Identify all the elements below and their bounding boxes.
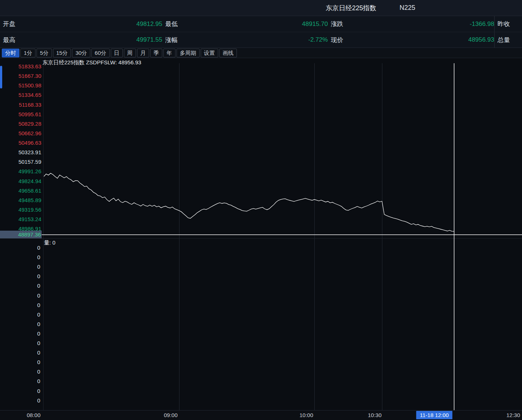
- quote-label-last-price: 现价: [328, 36, 353, 44]
- x-axis-label-1030: 10:30: [368, 410, 382, 420]
- chart-area: 东京日经225指数 ZSDPFSLW: 48956.93 51833.63516…: [0, 58, 522, 410]
- volume-current-label: 量: 0: [44, 239, 56, 246]
- price-line: [44, 173, 454, 231]
- quote-label-change: 涨跌: [328, 20, 353, 28]
- x-axis-label-0800: 08:00: [27, 410, 41, 420]
- quote-value-open: 49812.95: [19, 20, 162, 28]
- tab-15min[interactable]: 15分: [53, 49, 71, 57]
- chart-plot[interactable]: [0, 58, 522, 410]
- quote-value-high: 49971.55: [19, 36, 162, 43]
- tab-day[interactable]: 日: [111, 49, 123, 57]
- quote-label-change-pct: 涨幅: [162, 36, 184, 44]
- quote-label-total-volume: 总量: [494, 32, 519, 48]
- tab-5min[interactable]: 5分: [37, 49, 52, 57]
- tab-60min[interactable]: 60分: [91, 49, 110, 57]
- x-axis-label-1230: 12:30: [506, 410, 520, 420]
- quote-row: 开盘 49812.95 最低 48915.70 涨跌 -1366.98 昨收: [0, 16, 522, 32]
- vertical-scrollbar-thumb[interactable]: [0, 66, 2, 88]
- quote-board: 开盘 49812.95 最低 48915.70 涨跌 -1366.98 昨收 最…: [0, 16, 522, 48]
- tab-year[interactable]: 年: [163, 49, 175, 57]
- index-symbol: N225: [400, 4, 415, 12]
- tab-settings[interactable]: 设置: [201, 49, 218, 57]
- quote-value-change-pct: -2.72%: [184, 36, 328, 43]
- quote-value-low: 48915.70: [184, 20, 328, 28]
- tab-draw[interactable]: 画线: [219, 49, 237, 57]
- quote-label-low: 最低: [162, 20, 184, 28]
- period-tabbar: 分时 1分 5分 15分 30分 60分 日 周 月 季 年 多周期 设置 画线: [0, 48, 522, 58]
- x-axis-label-1000: 10:00: [299, 410, 313, 420]
- grid-layer: [179, 63, 382, 410]
- quote-label-prev-close: 昨收: [494, 16, 519, 32]
- tab-quarter[interactable]: 季: [150, 49, 162, 57]
- quote-label-high: 最高: [0, 36, 19, 44]
- quote-value-last-price: 48956.93: [353, 36, 494, 43]
- price-crosshair-badge: 48897.36: [0, 231, 42, 238]
- crosshair-layer: [0, 63, 522, 410]
- tab-week[interactable]: 周: [124, 49, 136, 57]
- x-axis: 08:00 09:00 10:00 10:30 11-18 12:00 12:3…: [0, 410, 522, 420]
- tab-multi-period[interactable]: 多周期: [177, 49, 200, 57]
- x-axis-label-0900: 09:00: [164, 410, 178, 420]
- tab-month[interactable]: 月: [137, 49, 149, 57]
- tab-30min[interactable]: 30分: [72, 49, 90, 57]
- tab-1min[interactable]: 1分: [20, 49, 35, 57]
- x-axis-date-badge: 11-18 12:00: [416, 411, 453, 419]
- quote-value-change: -1366.98: [353, 20, 494, 28]
- tab-timeline[interactable]: 分时: [2, 49, 19, 57]
- quote-row: 最高 49971.55 涨幅 -2.72% 现价 48956.93 总量: [0, 32, 522, 48]
- app-header: 东京日经225指数 N225: [0, 0, 522, 16]
- index-name: 东京日经225指数: [326, 4, 376, 12]
- chart-title: 东京日经225指数 ZSDPFSLW: 48956.93: [42, 59, 141, 66]
- quote-label-open: 开盘: [0, 20, 19, 28]
